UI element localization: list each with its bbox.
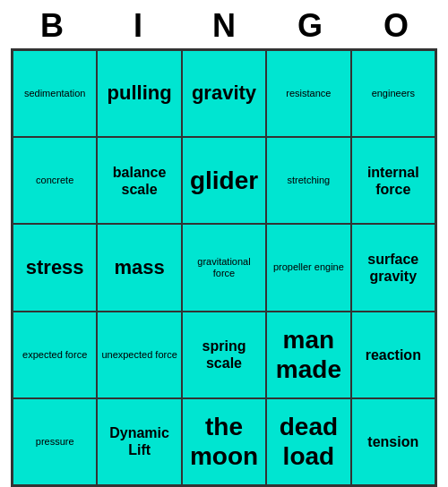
cell-text-7: glider [190, 166, 258, 196]
grid-cell-3[interactable]: resistance [266, 50, 350, 137]
letter-g: G [270, 7, 350, 45]
grid-cell-20[interactable]: pressure [13, 398, 97, 485]
cell-text-6: balance scale [101, 164, 177, 198]
cell-text-5: concrete [36, 175, 73, 186]
grid-cell-13[interactable]: propeller engine [266, 224, 350, 311]
grid-cell-14[interactable]: surface gravity [351, 224, 435, 311]
cell-text-10: stress [26, 256, 84, 279]
grid-cell-12[interactable]: gravitational force [182, 224, 266, 311]
grid-cell-5[interactable]: concrete [13, 137, 97, 224]
cell-text-13: propeller engine [273, 261, 344, 273]
cell-text-20: pressure [36, 436, 74, 448]
grid-cell-16[interactable]: unexpected force [97, 312, 181, 398]
cell-text-15: expected force [22, 349, 87, 361]
cell-text-3: resistance [286, 88, 331, 99]
grid-cell-23[interactable]: dead load [266, 398, 350, 485]
grid-cell-22[interactable]: the moon [182, 398, 266, 485]
grid-cell-19[interactable]: reaction [351, 312, 435, 398]
bingo-grid: sedimentationpullinggravityresistanceeng… [11, 48, 437, 487]
cell-text-24: tension [367, 433, 418, 450]
header: B I N G O [0, 0, 448, 48]
cell-text-21: Dynamic Lift [101, 424, 177, 458]
cell-text-12: gravitational force [186, 256, 262, 279]
grid-cell-0[interactable]: sedimentation [13, 50, 97, 137]
letter-o: O [356, 7, 436, 45]
cell-text-18: man made [271, 325, 346, 385]
grid-cell-7[interactable]: glider [182, 137, 266, 224]
grid-cell-8[interactable]: stretching [266, 137, 350, 224]
cell-text-14: surface gravity [356, 251, 431, 285]
cell-text-22: the moon [186, 412, 262, 472]
grid-cell-15[interactable]: expected force [13, 312, 97, 398]
grid-cell-1[interactable]: pulling [97, 50, 181, 137]
grid-cell-6[interactable]: balance scale [97, 137, 181, 224]
grid-cell-4[interactable]: engineers [351, 50, 435, 137]
cell-text-9: internal force [356, 164, 431, 198]
cell-text-17: spring scale [186, 337, 262, 372]
grid-cell-18[interactable]: man made [266, 312, 350, 398]
grid-cell-2[interactable]: gravity [182, 50, 266, 137]
cell-text-1: pulling [108, 81, 172, 105]
grid-cell-17[interactable]: spring scale [182, 312, 266, 398]
cell-text-0: sedimentation [24, 88, 86, 99]
letter-b: B [12, 7, 92, 45]
cell-text-8: stretching [288, 175, 331, 186]
cell-text-4: engineers [372, 88, 415, 99]
grid-cell-10[interactable]: stress [13, 224, 97, 311]
letter-n: N [184, 7, 264, 45]
cell-text-23: dead load [271, 412, 346, 472]
grid-cell-24[interactable]: tension [351, 398, 435, 485]
grid-cell-9[interactable]: internal force [351, 137, 435, 224]
cell-text-16: unexpected force [101, 349, 177, 361]
cell-text-2: gravity [192, 81, 256, 105]
grid-cell-21[interactable]: Dynamic Lift [97, 398, 181, 485]
grid-cell-11[interactable]: mass [97, 224, 181, 311]
cell-text-11: mass [114, 256, 164, 279]
cell-text-19: reaction [366, 346, 421, 363]
letter-i: I [98, 7, 178, 45]
